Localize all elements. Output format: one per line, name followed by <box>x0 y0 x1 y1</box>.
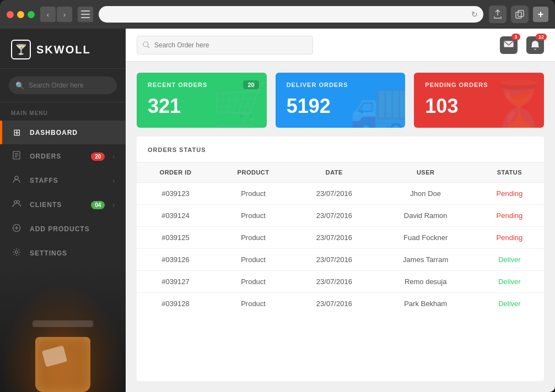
cell-date: 23/07/2016 <box>292 271 376 293</box>
browser-chrome: ‹ › ↻ + <box>0 0 555 29</box>
glass-body <box>35 337 90 392</box>
cell-product: Product <box>214 205 292 227</box>
card-title: PENDING ORDERS <box>425 81 533 88</box>
sidebar-item-staffs[interactable]: STAFFS › <box>0 168 126 193</box>
cell-user: Fuad Fockner <box>376 227 475 249</box>
cell-status: Pending <box>475 205 544 227</box>
table-header-row: ORDER ID PRODUCT DATE USER STATUS <box>137 162 544 183</box>
col-user: USER <box>376 162 475 183</box>
refresh-icon[interactable]: ↻ <box>471 10 478 19</box>
svg-rect-1 <box>81 14 90 15</box>
svg-rect-2 <box>81 17 90 18</box>
new-tab-button[interactable]: + <box>533 7 548 22</box>
add-products-icon <box>11 224 22 235</box>
recent-orders-card: RECENT ORDERS 321 20 🛒 <box>137 73 267 128</box>
svg-point-15 <box>15 251 18 254</box>
orders-icon <box>11 151 22 162</box>
svg-point-10 <box>14 201 17 204</box>
sidebar: 🍸 SKWOLL 🔍 MAIN MENU ⊞ DASHBOARD <box>0 29 126 392</box>
close-button[interactable] <box>7 11 14 18</box>
search-wrap[interactable]: 🔍 <box>9 77 117 94</box>
sidebar-item-label: SETTINGS <box>30 249 115 257</box>
cell-order-id: #039126 <box>137 249 214 271</box>
sidebar-item-label: STAFFS <box>30 177 105 184</box>
cell-date: 23/07/2016 <box>292 293 376 315</box>
sidebar-item-label: ADD PRODUCTS <box>30 225 115 233</box>
share-button[interactable] <box>489 6 506 23</box>
svg-point-16 <box>143 42 148 47</box>
sidebar-bottom-image <box>0 265 126 392</box>
cell-product: Product <box>214 249 292 271</box>
cell-user: James Tarram <box>376 249 475 271</box>
orders-table: ORDER ID PRODUCT DATE USER STATUS #03912… <box>137 162 544 314</box>
chevron-right-icon: › <box>112 153 115 160</box>
table-row: #039123 Product 23/07/2016 Jhon Doe Pend… <box>137 183 544 205</box>
card-value: 321 <box>148 95 256 118</box>
maximize-button[interactable] <box>28 11 35 18</box>
card-title: RECENT ORDERS <box>148 81 256 88</box>
col-product: PRODUCT <box>214 162 292 183</box>
cell-status: Deliver <box>475 271 544 293</box>
glass-decoration <box>0 282 126 392</box>
main-content: 3 12 RECENT ORDERS 321 20 🛒 <box>126 29 555 392</box>
browser-actions: + <box>489 6 548 23</box>
menu-label: MAIN MENU <box>0 102 126 121</box>
sidebar-item-clients[interactable]: CLIENTS 04 › <box>0 193 126 217</box>
col-date: DATE <box>292 162 376 183</box>
svg-point-11 <box>17 201 20 204</box>
nav-buttons: ‹ › <box>40 7 72 22</box>
logo-icon: 🍸 <box>11 40 31 59</box>
cell-order-id: #039127 <box>137 271 214 293</box>
cell-date: 23/07/2016 <box>292 249 376 271</box>
chevron-right-icon: › <box>112 202 115 208</box>
cell-status: Deliver <box>475 293 544 315</box>
card-value: 103 <box>425 95 533 118</box>
glass-ice <box>42 345 67 367</box>
address-bar[interactable]: ↻ <box>99 6 483 23</box>
table-row: #039128 Product 23/07/2016 Park Bekham D… <box>137 293 544 315</box>
duplicate-button[interactable] <box>511 6 529 23</box>
cell-date: 23/07/2016 <box>292 183 376 205</box>
sidebar-item-settings[interactable]: SETTINGS <box>0 241 126 265</box>
sidebar-toggle-button[interactable] <box>78 7 93 22</box>
table-row: #039127 Product 23/07/2016 Remo desuja D… <box>137 271 544 293</box>
back-button[interactable]: ‹ <box>40 7 56 22</box>
messages-button[interactable]: 3 <box>500 36 518 54</box>
notifications-button[interactable]: 12 <box>526 36 544 54</box>
sidebar-item-add-products[interactable]: ADD PRODUCTS <box>0 217 126 241</box>
sidebar-item-dashboard[interactable]: ⊞ DASHBOARD <box>0 121 126 144</box>
traffic-lights <box>7 11 35 18</box>
svg-point-9 <box>15 176 18 179</box>
svg-line-17 <box>148 46 149 48</box>
cell-status: Pending <box>475 183 544 205</box>
topbar-search[interactable] <box>137 36 313 55</box>
search-input[interactable] <box>29 81 111 89</box>
svg-rect-4 <box>518 10 524 17</box>
cell-product: Product <box>214 227 292 249</box>
card-badge: 20 <box>243 80 258 89</box>
glass-shape <box>35 320 90 392</box>
minimize-button[interactable] <box>17 11 24 18</box>
cell-product: Product <box>214 183 292 205</box>
cell-order-id: #039123 <box>137 183 214 205</box>
table-row: #039126 Product 23/07/2016 James Tarram … <box>137 249 544 271</box>
sidebar-logo: 🍸 SKWOLL <box>0 29 126 69</box>
dashboard-icon: ⊞ <box>11 127 22 138</box>
svg-rect-3 <box>516 12 521 18</box>
forward-button[interactable]: › <box>57 7 72 22</box>
pending-orders-card: PENDING ORDERS 103 ⏳ <box>414 73 544 128</box>
search-icon <box>143 41 150 48</box>
sidebar-item-orders[interactable]: ORDERS 20 › <box>0 144 126 168</box>
cell-date: 23/07/2016 <box>292 205 376 227</box>
notifications-badge: 12 <box>536 34 547 40</box>
card-title: DELIVER ORDERS <box>287 81 395 88</box>
cell-order-id: #039125 <box>137 227 214 249</box>
staffs-icon <box>11 175 22 186</box>
glass-rim <box>33 320 93 327</box>
topbar-search-input[interactable] <box>154 41 307 49</box>
table-header: ORDERS STATUS <box>137 137 544 162</box>
orders-table-section: ORDERS STATUS ORDER ID PRODUCT DATE USER… <box>137 137 544 381</box>
cell-status: Deliver <box>475 249 544 271</box>
col-status: STATUS <box>475 162 544 183</box>
cell-user: Remo desuja <box>376 271 475 293</box>
